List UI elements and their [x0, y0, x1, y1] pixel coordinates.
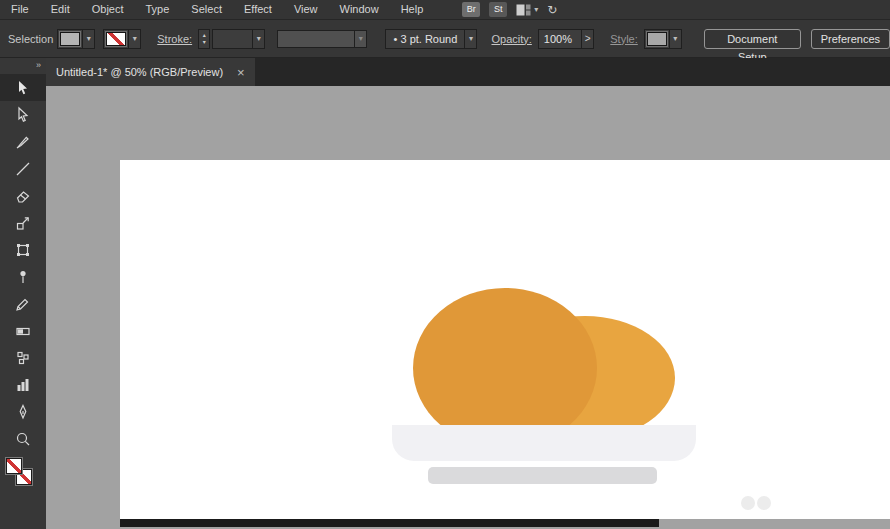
brush-dot-icon: •	[394, 33, 398, 45]
menu-file[interactable]: File	[0, 0, 40, 19]
stroke-none-swatch[interactable]	[106, 32, 126, 46]
opacity-input[interactable]: 100% >	[538, 29, 594, 49]
artwork-canvas	[120, 160, 890, 519]
context-label: Selection	[8, 33, 53, 45]
symbol-sprayer-tool[interactable]	[0, 344, 46, 371]
zoom-tool[interactable]	[0, 425, 46, 452]
fill-stroke-swatches[interactable]	[0, 458, 46, 492]
menu-help[interactable]: Help	[390, 0, 435, 19]
menu-type[interactable]: Type	[135, 0, 181, 19]
opacity-value[interactable]: 100%	[539, 33, 581, 45]
document-tab-label: Untitled-1* @ 50% (RGB/Preview)	[56, 66, 223, 78]
tools-panel: »	[0, 58, 46, 529]
fill-color-dropdown[interactable]: ▾	[57, 29, 95, 49]
stroke-weight-dropdown[interactable]: ▾	[212, 29, 265, 49]
direct-selection-tool[interactable]	[0, 101, 46, 128]
selection-tool[interactable]	[0, 74, 46, 101]
column-graph-tool[interactable]	[0, 371, 46, 398]
stepper-down-icon[interactable]: ▾	[203, 39, 206, 46]
pin-icon	[14, 268, 32, 286]
magnifier-icon	[14, 430, 32, 448]
workspace-grid-icon	[516, 4, 531, 16]
menu-bar: File Edit Object Type Select Effect View…	[0, 0, 890, 20]
style-swatch[interactable]	[647, 32, 667, 46]
chevron-down-icon: ▾	[673, 34, 677, 43]
chevron-down-icon: ▾	[534, 5, 538, 14]
chevron-down-icon: ▾	[257, 34, 261, 43]
chevron-down-icon: ▾	[133, 34, 137, 43]
plate-base-shape[interactable]	[428, 467, 657, 484]
line-segment-tool[interactable]	[0, 155, 46, 182]
menu-view[interactable]: View	[283, 0, 329, 19]
chevron-down-icon: ▾	[469, 34, 473, 43]
paintbrush-tool[interactable]	[0, 128, 46, 155]
puppet-warp-tool[interactable]	[0, 263, 46, 290]
stroke-panel-link[interactable]: Stroke:	[157, 33, 192, 45]
decor-dot[interactable]	[741, 496, 755, 510]
opacity-popup-arrow-icon[interactable]: >	[585, 33, 591, 44]
stroke-color-dropdown[interactable]: ▾	[103, 29, 141, 49]
table-bar-shape[interactable]	[120, 519, 659, 527]
paintbrush-icon	[14, 133, 32, 151]
eraser-tool[interactable]	[0, 182, 46, 209]
canvas-viewport[interactable]	[46, 86, 890, 529]
decor-dot[interactable]	[757, 496, 771, 510]
pen-nib-icon	[14, 403, 32, 421]
brush-definition-dropdown[interactable]: • 3 pt. Round ▾	[385, 29, 477, 49]
style-dropdown[interactable]: ▾	[644, 29, 682, 49]
panel-collapse-button[interactable]: »	[0, 58, 46, 74]
gradient-icon	[14, 322, 32, 340]
free-transform-icon	[14, 241, 32, 259]
plate-shape[interactable]	[392, 425, 696, 461]
variable-width-profile-dropdown[interactable]: ▾	[277, 30, 367, 48]
pen-tool[interactable]	[0, 398, 46, 425]
chevron-down-icon: ▾	[359, 34, 363, 43]
line-icon	[14, 160, 32, 178]
workspace-switcher-icon[interactable]: ▾	[516, 4, 538, 16]
document-tab-strip: Untitled-1* @ 50% (RGB/Preview) ×	[46, 58, 890, 86]
menu-effect[interactable]: Effect	[233, 0, 283, 19]
selection-arrow-icon	[14, 79, 32, 97]
eraser-icon	[14, 187, 32, 205]
fill-swatch[interactable]	[6, 458, 22, 474]
stepper-up-icon[interactable]: ▴	[203, 32, 206, 39]
sync-settings-icon[interactable]: ↻	[547, 3, 557, 17]
bread-front-shape[interactable]	[413, 288, 597, 448]
preferences-button[interactable]: Preferences	[811, 29, 890, 49]
double-chevron-icon: »	[36, 60, 40, 70]
free-transform-tool[interactable]	[0, 236, 46, 263]
document-setup-button[interactable]: Document Setup	[704, 29, 801, 49]
fill-color-swatch[interactable]	[60, 32, 80, 46]
symbol-icon	[14, 349, 32, 367]
pencil-tool[interactable]	[0, 290, 46, 317]
gradient-tool[interactable]	[0, 317, 46, 344]
menu-edit[interactable]: Edit	[40, 0, 81, 19]
document-tab[interactable]: Untitled-1* @ 50% (RGB/Preview) ×	[46, 58, 255, 86]
menu-object[interactable]: Object	[81, 0, 135, 19]
menu-window[interactable]: Window	[329, 0, 390, 19]
control-bar: Selection ▾ ▾ Stroke: ▴ ▾ ▾ ▾ • 3 pt. Ro…	[0, 20, 890, 58]
brush-definition-value: • 3 pt. Round	[386, 33, 464, 45]
scale-tool[interactable]	[0, 209, 46, 236]
scale-icon	[14, 214, 32, 232]
pencil-icon	[14, 295, 32, 313]
stroke-weight-stepper[interactable]: ▴ ▾	[198, 29, 210, 49]
styles-badge[interactable]: St	[489, 2, 507, 17]
close-icon[interactable]: ×	[237, 66, 245, 79]
opacity-panel-link[interactable]: Opacity:	[491, 33, 531, 45]
artboard[interactable]	[120, 160, 890, 519]
direct-selection-arrow-icon	[14, 106, 32, 124]
bar-chart-icon	[14, 376, 32, 394]
chevron-down-icon: ▾	[87, 34, 91, 43]
style-panel-link[interactable]: Style:	[610, 33, 638, 45]
brushes-badge[interactable]: Br	[462, 2, 480, 17]
menu-select[interactable]: Select	[180, 0, 233, 19]
